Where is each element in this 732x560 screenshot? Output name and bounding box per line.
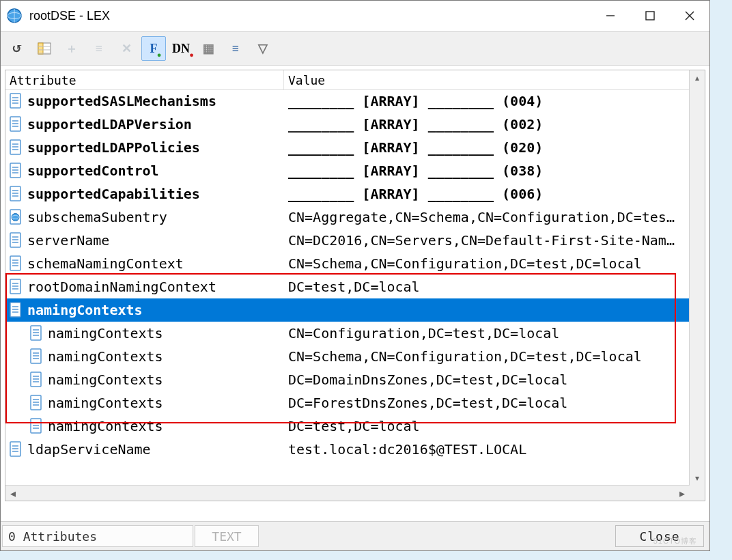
close-button[interactable]: Close — [615, 525, 704, 547]
status-attributes: 0 Attributes — [2, 525, 193, 547]
scroll-down-icon[interactable]: ▾ — [690, 471, 705, 486]
vertical-scrollbar[interactable]: ▴ ▾ — [689, 70, 705, 486]
toolbar: ↺＋≡✕F●DN●▦≡▽ — [1, 31, 709, 66]
svg-point-32 — [12, 214, 19, 221]
minimize-button[interactable] — [591, 1, 630, 31]
table-row[interactable]: supportedSASLMechanisms________ [ARRAY] … — [5, 89, 690, 113]
attribute-name: schemaNamingContext — [27, 255, 184, 272]
document-icon — [8, 301, 23, 319]
table-row[interactable]: namingContextsDC=test,DC=local — [5, 415, 690, 438]
add-icon[interactable]: ＋ — [59, 36, 84, 61]
fields-icon[interactable] — [32, 36, 57, 61]
attribute-value: CN=Schema,CN=Configuration,DC=test,DC=lo… — [284, 348, 690, 365]
attribute-value: test.local:dc2016$@TEST.LOCAL — [284, 441, 690, 458]
document-icon — [29, 324, 44, 342]
column-header: Attribute Value — [5, 70, 705, 90]
refresh-icon[interactable]: ↺ — [5, 36, 29, 61]
maximize-button[interactable] — [630, 1, 670, 31]
statusbar: 0 Attributes TEXT Close — [1, 521, 709, 550]
window-title: rootDSE - LEX — [29, 9, 591, 23]
attribute-value: DC=test,DC=local — [284, 418, 690, 434]
attribute-name: namingContexts — [48, 348, 163, 365]
attribute-name: rootDomainNamingContext — [27, 279, 216, 295]
attribute-name: subschemaSubentry — [27, 209, 167, 225]
svg-rect-3 — [646, 12, 654, 20]
document-icon — [8, 92, 23, 110]
attribute-value: ________ [ARRAY] ________ (038) — [284, 163, 690, 179]
delete-icon[interactable]: ✕ — [114, 36, 139, 61]
titlebar: rootDSE - LEX — [1, 1, 709, 31]
attribute-value: DC=DomainDnsZones,DC=test,DC=local — [284, 372, 690, 388]
document-icon — [8, 162, 23, 180]
document-icon — [29, 371, 44, 389]
document-icon — [8, 232, 23, 249]
document-icon — [8, 115, 23, 133]
window: rootDSE - LEX ↺＋≡✕F●DN●▦≡▽ Attribute Val… — [0, 0, 710, 551]
table-row[interactable]: supportedLDAPPolicies________ [ARRAY] __… — [5, 136, 690, 159]
attribute-panel: Attribute Value supportedSASLMechanisms_… — [5, 70, 705, 501]
friendly-name-icon[interactable]: F● — [141, 36, 166, 61]
table-row[interactable]: supportedControl________ [ARRAY] _______… — [5, 159, 690, 182]
table-row[interactable]: serverNameCN=DC2016,CN=Servers,CN=Defaul… — [5, 229, 690, 252]
attribute-value: CN=Schema,CN=Configuration,DC=test,DC=lo… — [284, 255, 690, 272]
attribute-name: supportedLDAPPolicies — [27, 139, 200, 156]
dn-icon[interactable]: DN● — [169, 36, 193, 61]
attribute-value: CN=DC2016,CN=Servers,CN=Default-First-Si… — [284, 232, 690, 249]
table-row[interactable]: namingContextsDC=DomainDnsZones,DC=test,… — [5, 368, 690, 391]
attribute-value: ________ [ARRAY] ________ (020) — [284, 139, 690, 156]
attribute-list[interactable]: supportedSASLMechanisms________ [ARRAY] … — [5, 89, 690, 486]
scroll-up-icon[interactable]: ▴ — [690, 70, 705, 85]
document-icon — [8, 255, 23, 272]
table-row[interactable]: namingContextsCN=Schema,CN=Configuration… — [5, 345, 690, 368]
table-row[interactable]: schemaNamingContextCN=Schema,CN=Configur… — [5, 252, 690, 275]
document-icon — [8, 440, 23, 458]
document-icon — [29, 417, 44, 435]
attribute-value: ________ [ARRAY] ________ (002) — [284, 116, 690, 132]
attribute-name: supportedControl — [27, 163, 159, 179]
table-row[interactable]: ldapServiceNametest.local:dc2016$@TEST.L… — [5, 438, 690, 461]
table-row[interactable]: rootDomainNamingContextDC=test,DC=local — [5, 275, 690, 298]
document-icon — [8, 139, 23, 156]
attribute-value: CN=Configuration,DC=test,DC=local — [284, 325, 690, 341]
filter-icon[interactable]: ▽ — [251, 36, 275, 61]
document-icon — [29, 348, 44, 365]
content-area: Attribute Value supportedSASLMechanisms_… — [1, 66, 709, 506]
svg-rect-7 — [38, 43, 43, 54]
scroll-right-icon[interactable]: ▸ — [675, 486, 690, 501]
attribute-name: supportedCapabilities — [27, 186, 200, 202]
document-icon — [29, 394, 44, 412]
attribute-name: ldapServiceName — [27, 441, 151, 458]
attribute-value: DC=ForestDnsZones,DC=test,DC=local — [284, 395, 690, 411]
sort-icon[interactable]: ≡ — [223, 36, 248, 61]
scroll-left-icon[interactable]: ◂ — [5, 486, 20, 501]
attribute-name: namingContexts — [48, 418, 163, 434]
attribute-value: CN=Aggregate,CN=Schema,CN=Configuration,… — [284, 209, 690, 225]
column-value[interactable]: Value — [284, 70, 705, 89]
attribute-name: serverName — [27, 232, 109, 249]
close-window-button[interactable] — [670, 1, 709, 31]
attribute-name: namingContexts — [48, 372, 163, 388]
app-icon — [6, 8, 23, 24]
attribute-value: ________ [ARRAY] ________ (006) — [284, 186, 690, 202]
attribute-name: namingContexts — [27, 302, 143, 318]
document-icon — [8, 185, 23, 203]
attribute-name: supportedSASLMechanisms — [27, 93, 216, 109]
attribute-name: supportedLDAPVersion — [27, 116, 192, 132]
scroll-corner — [690, 486, 705, 501]
attribute-name: namingContexts — [48, 325, 163, 341]
attribute-value: DC=test,DC=local — [284, 279, 690, 295]
table-row[interactable]: namingContextsCN=Configuration,DC=test,D… — [5, 322, 690, 345]
column-attribute[interactable]: Attribute — [5, 70, 284, 89]
status-mode: TEXT — [195, 525, 259, 547]
table-row[interactable]: subschemaSubentryCN=Aggregate,CN=Schema,… — [5, 206, 690, 229]
document-icon — [8, 278, 23, 296]
attribute-name: namingContexts — [48, 395, 163, 411]
attribute-value: ________ [ARRAY] ________ (004) — [284, 93, 690, 109]
table-row[interactable]: namingContexts — [5, 298, 690, 322]
table-row[interactable]: supportedCapabilities________ [ARRAY] __… — [5, 182, 690, 206]
horizontal-scrollbar[interactable]: ◂ ▸ — [5, 485, 690, 501]
table-row[interactable]: namingContextsDC=ForestDnsZones,DC=test,… — [5, 391, 690, 415]
options-icon[interactable]: ▦ — [196, 36, 221, 61]
remove-icon[interactable]: ≡ — [87, 36, 111, 61]
table-row[interactable]: supportedLDAPVersion________ [ARRAY] ___… — [5, 113, 690, 136]
